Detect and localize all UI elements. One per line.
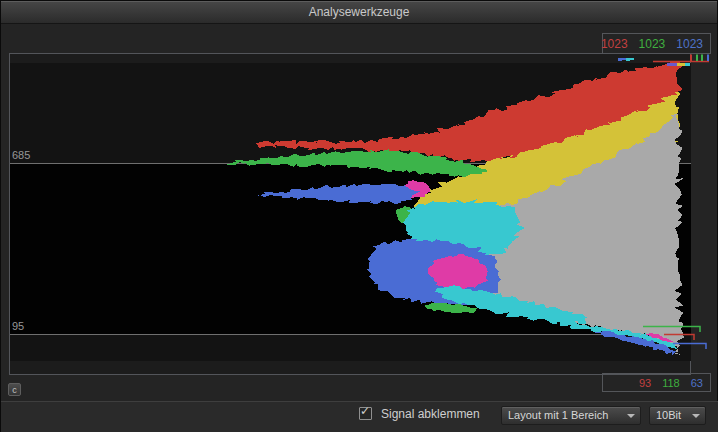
title-bar: Analysewerkzeuge bbox=[1, 1, 717, 24]
min-value-blue: 63 bbox=[691, 377, 703, 389]
control-bar: ✓ Signal abklemmen Layout mit 1 Bereich … bbox=[1, 401, 718, 432]
analysis-tools-window: Analysewerkzeuge 1023 1023 1023 685 95 9… bbox=[0, 0, 718, 432]
max-value-green: 1023 bbox=[639, 37, 666, 51]
max-value-red: 1023 bbox=[601, 37, 628, 51]
window-title: Analysewerkzeuge bbox=[309, 5, 410, 19]
chevron-down-icon bbox=[692, 414, 700, 418]
chevron-down-icon bbox=[627, 414, 635, 418]
max-values-box: 1023 1023 1023 bbox=[602, 33, 711, 54]
min-values-box: 93 118 63 bbox=[602, 373, 711, 392]
bit-depth-dropdown[interactable]: 10Bit bbox=[649, 406, 706, 425]
clamp-signal-label: Signal abklemmen bbox=[381, 407, 480, 421]
min-value-green: 118 bbox=[662, 377, 680, 389]
level-label-685: 685 bbox=[12, 149, 30, 161]
layout-dropdown-value: Layout mit 1 Bereich bbox=[508, 409, 608, 421]
clear-button[interactable]: c bbox=[8, 383, 21, 396]
min-value-red: 93 bbox=[639, 377, 651, 389]
level-label-95: 95 bbox=[12, 320, 24, 332]
max-value-blue: 1023 bbox=[676, 37, 703, 51]
layout-dropdown[interactable]: Layout mit 1 Bereich bbox=[501, 406, 641, 425]
histogram-plot-area bbox=[9, 53, 691, 375]
bit-depth-dropdown-value: 10Bit bbox=[656, 409, 681, 421]
clamp-signal-checkbox[interactable]: ✓ bbox=[359, 407, 372, 420]
checkmark-icon: ✓ bbox=[360, 404, 370, 418]
